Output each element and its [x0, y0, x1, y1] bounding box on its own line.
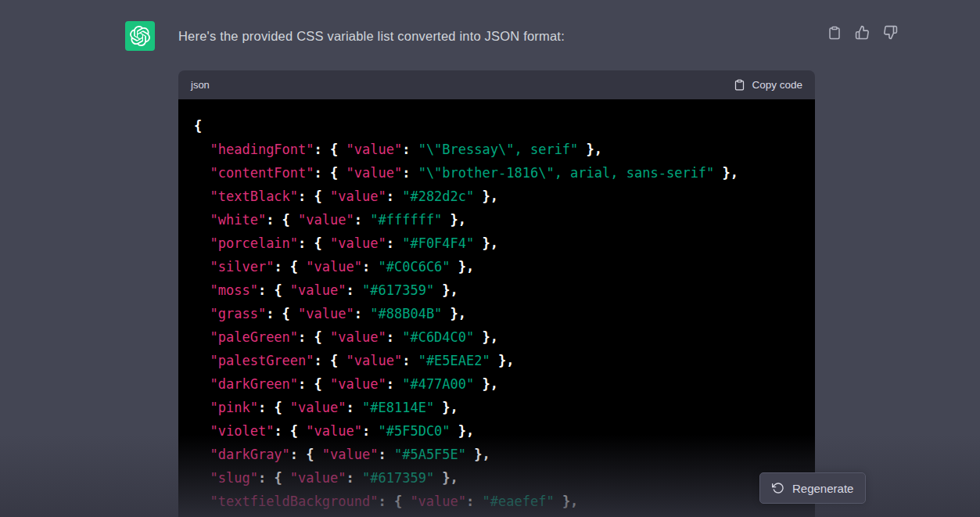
- rotate-ccw-icon: [772, 482, 784, 494]
- code-block-header: json Copy code: [178, 70, 815, 99]
- copy-message-button[interactable]: [826, 24, 842, 41]
- code-line: "textfieldBackground": { "value": "#eaef…: [194, 490, 799, 513]
- thumbs-up-icon: [855, 25, 870, 40]
- clipboard-icon: [734, 79, 745, 91]
- message-actions: [826, 24, 899, 41]
- code-line: "moss": { "value": "#617359" },: [194, 278, 799, 302]
- code-line: "slug": { "value": "#617359" },: [194, 466, 799, 490]
- copy-code-label: Copy code: [752, 79, 802, 91]
- code-line: "grass": { "value": "#88B04B" },: [194, 302, 799, 325]
- thumbs-up-button[interactable]: [854, 24, 871, 41]
- code-line: "porcelain": { "value": "#F0F4F4" },: [194, 232, 799, 255]
- openai-logo-icon: [130, 26, 150, 46]
- code-line: "silver": { "value": "#C0C6C6" },: [194, 255, 799, 278]
- clipboard-icon: [827, 26, 842, 40]
- regenerate-button[interactable]: Regenerate: [759, 472, 866, 504]
- thumbs-down-button[interactable]: [882, 24, 899, 41]
- assistant-avatar: [125, 21, 155, 51]
- code-line: "paleGreen": { "value": "#C6D4C0" },: [194, 325, 799, 349]
- code-line: "palestGreen": { "value": "#E5EAE2" },: [194, 349, 799, 372]
- code-line: "white": { "value": "#ffffff" },: [194, 208, 799, 232]
- code-line: "darkGreen": { "value": "#477A00" },: [194, 372, 799, 396]
- code-language-label: json: [191, 79, 210, 91]
- code-line: "headingFont": { "value": "\"Bressay\", …: [194, 138, 799, 161]
- regenerate-label: Regenerate: [792, 482, 853, 495]
- code-line: {: [194, 114, 799, 138]
- code-line: "violet": { "value": "#5F5DC0" },: [194, 419, 799, 443]
- code-lines: { "headingFont": { "value": "\"Bressay\"…: [178, 99, 815, 517]
- thumbs-down-icon: [883, 25, 898, 40]
- code-line: "darkGray": { "value": "#5A5F5E" },: [194, 443, 799, 466]
- code-line: "pink": { "value": "#E8114E" },: [194, 396, 799, 419]
- code-block: json Copy code { "headingFont": { "value…: [178, 70, 815, 517]
- code-line: "textBlack": { "value": "#282d2c" },: [194, 185, 799, 208]
- assistant-message-text: Here's the provided CSS variable list co…: [178, 29, 565, 44]
- copy-code-button[interactable]: Copy code: [734, 79, 802, 91]
- code-line: "contentFont": { "value": "\"brother-181…: [194, 161, 799, 185]
